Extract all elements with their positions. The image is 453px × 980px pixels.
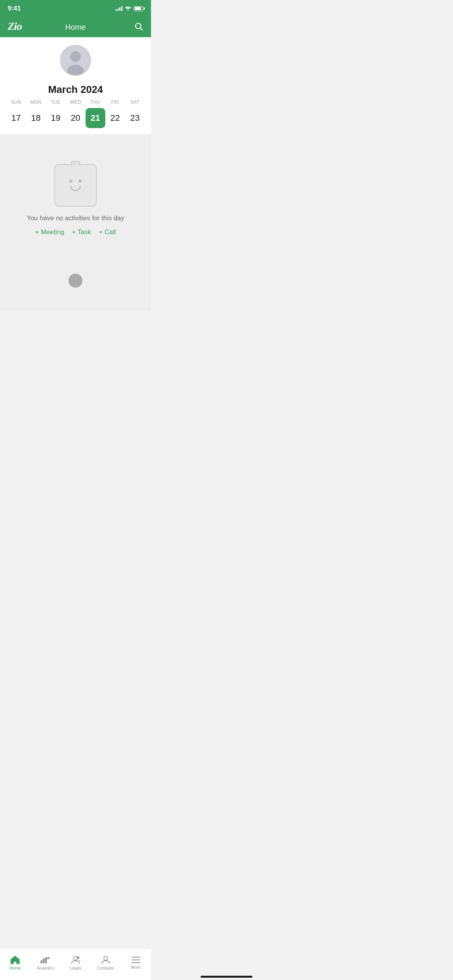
- weekday-sat: SAT: [125, 99, 145, 105]
- calendar-day-19[interactable]: 19: [46, 108, 65, 128]
- avatar[interactable]: [60, 45, 91, 76]
- add-call-button[interactable]: + Call: [99, 228, 116, 236]
- calendar-day-22[interactable]: 22: [105, 108, 125, 128]
- wifi-icon: [125, 6, 131, 11]
- action-links: + Meeting + Task + Call: [35, 228, 116, 236]
- smiley-eyes: [69, 180, 82, 183]
- smiley-face: [69, 180, 82, 191]
- add-task-button[interactable]: + Task: [72, 228, 91, 236]
- status-bar: 9:41: [0, 0, 151, 17]
- svg-point-0: [127, 9, 129, 11]
- calendar: SUN MON TUE WED THU FRI SAT 17 18 19 20 …: [0, 98, 151, 134]
- search-button[interactable]: [134, 22, 143, 33]
- svg-point-5: [70, 51, 81, 62]
- scroll-dot: [69, 274, 82, 288]
- calendar-day-20[interactable]: 20: [65, 108, 85, 128]
- calendar-weekdays: SUN MON TUE WED THU FRI SAT: [6, 98, 145, 108]
- weekday-fri: FRI: [105, 99, 125, 105]
- status-time: 9:41: [8, 5, 21, 12]
- empty-state-area: You have no activities for this day + Me…: [0, 134, 151, 266]
- weekday-thu: THU: [86, 99, 105, 105]
- calendar-day-17[interactable]: 17: [6, 108, 26, 128]
- calendar-day-23[interactable]: 23: [125, 108, 145, 128]
- app-header: Zio Home: [0, 17, 151, 37]
- calendar-week-row: 17 18 19 20 21 22 23: [6, 108, 145, 128]
- smiley-eye-left: [69, 180, 72, 183]
- app-logo: Zio: [8, 20, 24, 34]
- empty-message: You have no activities for this day: [27, 214, 124, 222]
- signal-icon: [115, 6, 122, 11]
- main-content: March 2024 SUN MON TUE WED THU FRI SAT 1…: [0, 37, 151, 311]
- svg-line-3: [141, 28, 143, 31]
- weekday-sun: SUN: [6, 99, 26, 105]
- battery-icon: [134, 6, 143, 11]
- svg-text:Zio: Zio: [8, 20, 22, 32]
- add-meeting-button[interactable]: + Meeting: [35, 228, 64, 236]
- weekday-mon: MON: [26, 99, 46, 105]
- page-title: Home: [65, 23, 86, 32]
- smiley-mouth: [70, 186, 81, 191]
- calendar-month-title: March 2024: [0, 81, 151, 98]
- empty-illustration: [54, 164, 97, 207]
- scroll-indicator: [0, 266, 151, 295]
- weekday-wed: WED: [65, 99, 85, 105]
- smiley-eye-right: [79, 180, 82, 183]
- calendar-day-18[interactable]: 18: [26, 108, 46, 128]
- avatar-container: [0, 37, 151, 81]
- status-icons: [115, 6, 143, 11]
- weekday-tue: TUE: [46, 99, 65, 105]
- calendar-day-21-today[interactable]: 21: [86, 108, 105, 128]
